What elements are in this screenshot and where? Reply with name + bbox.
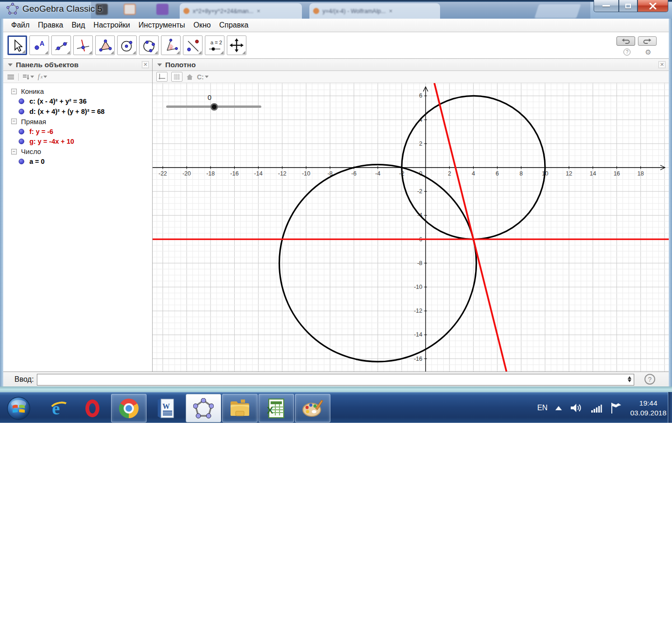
- panel-caret-icon[interactable]: [8, 63, 13, 66]
- menu-view[interactable]: Вид: [67, 21, 89, 29]
- grid-icon: [173, 73, 181, 80]
- taskbar-word-button[interactable]: W: [147, 394, 183, 422]
- svg-text:18: 18: [637, 170, 644, 177]
- visibility-marble-icon[interactable]: [19, 109, 24, 114]
- move-view-icon: [230, 38, 244, 52]
- point-capturing-dropdown[interactable]: C:: [197, 73, 209, 81]
- tool-move-view-button[interactable]: [227, 35, 246, 55]
- group-number[interactable]: − Число: [3, 147, 152, 157]
- graphics-canvas[interactable]: -22-20-18-16-14-12-10-8-6-4-224681012141…: [153, 83, 669, 372]
- visibility-marble-icon[interactable]: [19, 98, 24, 104]
- undo-button[interactable]: [616, 36, 635, 46]
- tool-point-button[interactable]: A: [29, 35, 49, 55]
- slider-value-label: 0: [202, 93, 217, 101]
- restore-icon: [625, 4, 631, 8]
- taskbar-explorer-button[interactable]: [222, 394, 258, 422]
- taskbar-geogebra-button[interactable]: [186, 394, 221, 422]
- svg-text:2: 2: [448, 170, 451, 177]
- volume-icon[interactable]: [570, 402, 583, 414]
- undo-redo-area: ? ⚙: [616, 36, 658, 56]
- purple-app-icon: [156, 4, 168, 15]
- collapse-icon[interactable]: −: [11, 89, 17, 94]
- object-tree: − Коника c: (x - 4)² + y² = 36 d: (x + 4…: [3, 83, 152, 167]
- menu-help[interactable]: Справка: [215, 21, 253, 29]
- home-icon[interactable]: [186, 74, 193, 80]
- visibility-marble-icon[interactable]: [19, 129, 24, 134]
- menu-settings[interactable]: Настройки: [89, 21, 134, 29]
- svg-text:16: 16: [614, 170, 620, 177]
- input-history-spinner[interactable]: [628, 376, 631, 382]
- visibility-marble-icon[interactable]: [19, 159, 24, 164]
- menu-tools[interactable]: Инструменты: [134, 21, 189, 29]
- minimize-button[interactable]: [594, 0, 619, 12]
- group-conic[interactable]: − Коника: [3, 86, 152, 97]
- object-d[interactable]: d: (x + 4)² + (y + 8)² = 68: [3, 106, 152, 117]
- clock[interactable]: 19:44 03.09.2018: [630, 398, 666, 418]
- visibility-marble-icon[interactable]: [19, 139, 24, 144]
- point-icon: A: [32, 38, 46, 52]
- algebra-panel-header: Панель объектов ✕: [3, 59, 152, 71]
- action-center-flag-icon[interactable]: [610, 402, 622, 414]
- auxiliary-objects-icon[interactable]: [7, 74, 14, 80]
- slider-icon: a = 2: [207, 38, 222, 52]
- toggle-axes-button[interactable]: [156, 72, 168, 82]
- tool-polygon-button[interactable]: [95, 35, 115, 55]
- network-icon[interactable]: [591, 403, 602, 413]
- command-input[interactable]: [37, 374, 634, 386]
- object-g[interactable]: g: y = -4x + 10: [3, 137, 152, 147]
- menu-window[interactable]: Окно: [189, 21, 215, 29]
- redo-button[interactable]: [638, 36, 657, 46]
- svg-text:-20: -20: [182, 170, 191, 177]
- browser-ghost-tab-2: y=4/(x-4) - WolframAlp... ×: [309, 3, 440, 19]
- taskbar-paint-button[interactable]: [295, 394, 330, 422]
- menu-edit[interactable]: Правка: [34, 21, 67, 29]
- collapse-icon[interactable]: −: [11, 119, 17, 124]
- help-icon[interactable]: ?: [623, 49, 630, 56]
- svg-text:-6: -6: [351, 170, 357, 177]
- close-icon: [649, 3, 657, 9]
- group-line[interactable]: − Прямая: [3, 117, 152, 127]
- language-indicator[interactable]: EN: [537, 404, 547, 412]
- close-button[interactable]: [637, 0, 668, 12]
- input-help-dropdown[interactable]: fx: [38, 73, 47, 81]
- menu-file[interactable]: Файл: [7, 21, 34, 29]
- gear-icon[interactable]: ⚙: [645, 49, 651, 56]
- tool-move-button[interactable]: [7, 35, 27, 55]
- tool-slider-button[interactable]: a = 2: [205, 35, 224, 55]
- slider-knob[interactable]: [210, 103, 218, 111]
- hidden-icons-arrow-icon[interactable]: [555, 406, 562, 410]
- panel-caret-icon[interactable]: [157, 63, 162, 66]
- tool-circle-button[interactable]: [117, 35, 137, 55]
- input-help-button[interactable]: ?: [644, 374, 655, 385]
- tray-time: 19:44: [630, 398, 666, 408]
- browser-ghost-tab-1: x^2+8y+y^2+24&man... ×: [180, 3, 302, 19]
- algebra-close-icon[interactable]: ✕: [142, 61, 149, 68]
- svg-text:-4: -4: [375, 170, 380, 177]
- object-f[interactable]: f: y = -6: [3, 126, 152, 137]
- sort-objects-button[interactable]: [22, 74, 34, 80]
- object-a[interactable]: a = 0: [3, 157, 152, 167]
- graphics-panel-title: Полотно: [165, 61, 196, 69]
- object-c[interactable]: c: (x - 4)² + y² = 36: [3, 97, 152, 107]
- collapse-icon[interactable]: −: [11, 149, 17, 154]
- taskbar-chrome-button[interactable]: [111, 394, 147, 422]
- algebra-panel: Панель объектов ✕ fx: [3, 59, 153, 372]
- tool-angle-button[interactable]: α: [161, 35, 181, 55]
- tool-line-button[interactable]: [51, 35, 71, 55]
- input-bar: Ввод: ?: [3, 372, 669, 386]
- word-icon: W: [155, 397, 175, 420]
- tool-reflect-button[interactable]: [183, 35, 203, 55]
- tool-perpendicular-line-button[interactable]: [73, 35, 93, 55]
- taskbar-excel-button[interactable]: X: [259, 394, 294, 422]
- plot-svg[interactable]: -22-20-18-16-14-12-10-8-6-4-224681012141…: [153, 83, 669, 372]
- angle-icon: α: [164, 38, 178, 52]
- toggle-grid-button[interactable]: [171, 72, 182, 82]
- taskbar-ie-button[interactable]: e: [38, 394, 74, 422]
- taskbar-opera-button[interactable]: [75, 394, 110, 422]
- paint-icon: [301, 398, 324, 419]
- show-desktop-button[interactable]: [668, 392, 672, 423]
- start-button[interactable]: [4, 394, 34, 422]
- restore-button[interactable]: [619, 0, 637, 12]
- graphics-close-icon[interactable]: ✕: [658, 61, 665, 68]
- tool-conic-button[interactable]: [139, 35, 159, 55]
